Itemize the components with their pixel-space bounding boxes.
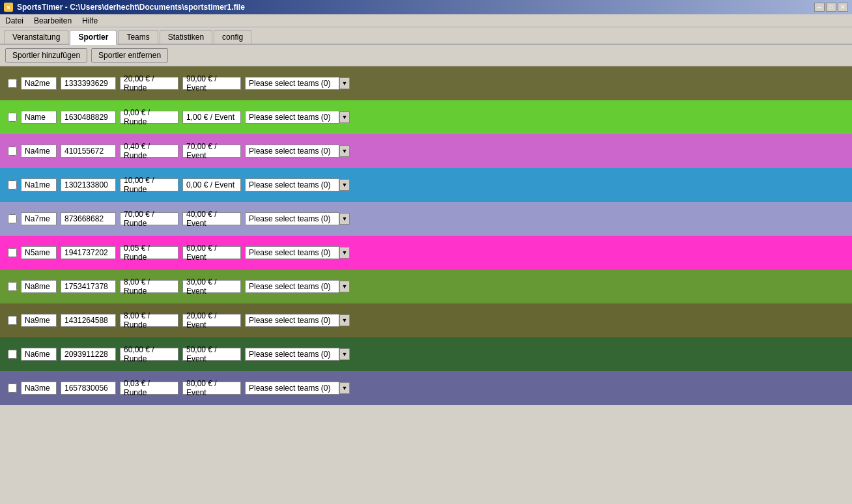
- athlete-event: 70,00 € / Event: [182, 145, 241, 158]
- athlete-runde: 8,00 € / Runde: [120, 314, 178, 327]
- athlete-row: Na7me 873668682 70,00 € / Runde 40,00 € …: [0, 202, 852, 236]
- minimize-button[interactable]: ─: [814, 3, 825, 12]
- athlete-runde: 10,00 € / Runde: [120, 178, 178, 191]
- athlete-runde: 8,00 € / Runde: [120, 280, 178, 293]
- athlete-row: Na6me 2093911228 60,00 € / Runde 50,00 €…: [0, 337, 852, 371]
- athlete-teams-label: Please select teams (0): [245, 246, 339, 259]
- tab-veranstaltung[interactable]: Veranstaltung: [4, 30, 68, 44]
- close-button[interactable]: ✕: [838, 3, 848, 12]
- athlete-checkbox[interactable]: [8, 147, 17, 156]
- athlete-checkbox[interactable]: [8, 79, 17, 88]
- remove-athlete-button[interactable]: Sportler entfernen: [91, 48, 168, 63]
- athlete-runde: 70,00 € / Runde: [120, 212, 178, 225]
- athlete-runde: 0,00 € / Runde: [120, 111, 178, 124]
- athlete-event: 0,00 € / Event: [182, 178, 241, 191]
- toolbar: Sportler hinzufügen Sportler entfernen: [0, 45, 852, 66]
- menu-item-hilfe[interactable]: Hilfe: [79, 16, 100, 25]
- athlete-teams-label: Please select teams (0): [245, 212, 339, 225]
- athlete-number: 1431264588: [61, 314, 116, 327]
- athlete-name: N5ame: [21, 246, 57, 259]
- athlete-row: Na8me 1753417378 8,00 € / Runde 30,00 € …: [0, 270, 852, 303]
- athlete-event: 50,00 € / Event: [182, 348, 241, 361]
- window-title: SportsTimer - C:\Users\derhecht\Document…: [17, 3, 245, 12]
- athlete-teams-label: Please select teams (0): [245, 382, 339, 395]
- athlete-row: N5ame 1941737202 0,05 € / Runde 60,00 € …: [0, 236, 852, 270]
- athlete-teams-label: Please select teams (0): [245, 178, 339, 191]
- athlete-teams-label: Please select teams (0): [245, 348, 339, 361]
- athlete-runde: 0,40 € / Runde: [120, 145, 178, 158]
- athlete-event: 60,00 € / Event: [182, 246, 241, 259]
- athlete-row: Na3me 1657830056 0,03 € / Runde 80,00 € …: [0, 371, 852, 405]
- athlete-event: 20,00 € / Event: [182, 314, 241, 327]
- athlete-number: 2093911228: [61, 348, 116, 361]
- athlete-number: 1941737202: [61, 246, 116, 259]
- teams-dropdown-arrow[interactable]: ▼: [339, 281, 350, 292]
- athlete-number: 1657830056: [61, 382, 116, 395]
- athlete-checkbox[interactable]: [8, 113, 17, 122]
- athlete-checkbox[interactable]: [8, 384, 17, 393]
- menu-item-bearbeiten[interactable]: Bearbeiten: [31, 16, 74, 25]
- athlete-name: Na1me: [21, 178, 57, 191]
- athlete-number: 1630488829: [61, 111, 116, 124]
- athlete-checkbox[interactable]: [8, 316, 17, 325]
- tab-config[interactable]: config: [214, 30, 251, 44]
- athlete-number: 1753417378: [61, 280, 116, 293]
- app-icon: S: [4, 3, 13, 12]
- athlete-runde: 20,00 € / Runde: [120, 77, 178, 90]
- maximize-button[interactable]: □: [826, 3, 836, 12]
- athletes-list: Na2me 1333393629 20,00 € / Runde 90,00 €…: [0, 66, 852, 499]
- tab-statistiken[interactable]: Statistiken: [160, 30, 212, 44]
- title-bar-controls[interactable]: ─ □ ✕: [814, 3, 848, 12]
- athlete-number: 1333393629: [61, 77, 116, 90]
- athlete-teams-label: Please select teams (0): [245, 280, 339, 293]
- teams-dropdown-arrow[interactable]: ▼: [339, 315, 350, 326]
- add-athlete-button[interactable]: Sportler hinzufügen: [5, 48, 87, 63]
- athlete-name: Na9me: [21, 314, 57, 327]
- athlete-event: 1,00 € / Event: [182, 111, 241, 124]
- athlete-row: Na9me 1431264588 8,00 € / Runde 20,00 € …: [0, 303, 852, 337]
- athlete-runde: 0,05 € / Runde: [120, 246, 178, 259]
- athlete-event: 30,00 € / Event: [182, 280, 241, 293]
- athlete-name: Na6me: [21, 348, 57, 361]
- tab-teams[interactable]: Teams: [118, 30, 158, 44]
- athlete-teams-label: Please select teams (0): [245, 314, 339, 327]
- athlete-row: Name 1630488829 0,00 € / Runde 1,00 € / …: [0, 100, 852, 134]
- athlete-row: Na4me 410155672 0,40 € / Runde 70,00 € /…: [0, 134, 852, 168]
- teams-dropdown-arrow[interactable]: ▼: [339, 77, 350, 89]
- athlete-row: Na1me 1302133800 10,00 € / Runde 0,00 € …: [0, 168, 852, 202]
- athlete-number: 873668682: [61, 212, 116, 225]
- athlete-checkbox[interactable]: [8, 350, 17, 359]
- athlete-checkbox[interactable]: [8, 214, 17, 223]
- athlete-number: 1302133800: [61, 178, 116, 191]
- athlete-number: 410155672: [61, 145, 116, 158]
- teams-dropdown-arrow[interactable]: ▼: [339, 213, 350, 225]
- menu-item-datei[interactable]: Datei: [3, 16, 26, 25]
- athlete-checkbox[interactable]: [8, 282, 17, 291]
- title-bar: S SportsTimer - C:\Users\derhecht\Docume…: [0, 0, 852, 14]
- athlete-name: Na3me: [21, 382, 57, 395]
- tabs-bar: VeranstaltungSportlerTeamsStatistikencon…: [0, 27, 852, 45]
- athlete-teams-label: Please select teams (0): [245, 77, 339, 90]
- athlete-checkbox[interactable]: [8, 248, 17, 257]
- teams-dropdown-arrow[interactable]: ▼: [339, 348, 350, 360]
- athlete-name: Na4me: [21, 145, 57, 158]
- menu-bar: DateiBearbeitenHilfe: [0, 14, 852, 27]
- athlete-name: Na7me: [21, 212, 57, 225]
- athlete-event: 80,00 € / Event: [182, 382, 241, 395]
- athlete-name: Na8me: [21, 280, 57, 293]
- tab-sportler[interactable]: Sportler: [70, 30, 117, 45]
- teams-dropdown-arrow[interactable]: ▼: [339, 179, 350, 191]
- athlete-row: Na2me 1333393629 20,00 € / Runde 90,00 €…: [0, 66, 852, 100]
- athlete-name: Na2me: [21, 77, 57, 90]
- title-bar-left: S SportsTimer - C:\Users\derhecht\Docume…: [4, 3, 245, 12]
- teams-dropdown-arrow[interactable]: ▼: [339, 111, 350, 123]
- athlete-event: 40,00 € / Event: [182, 212, 241, 225]
- athlete-checkbox[interactable]: [8, 180, 17, 189]
- athlete-name: Name: [21, 111, 57, 124]
- teams-dropdown-arrow[interactable]: ▼: [339, 382, 350, 394]
- athlete-teams-label: Please select teams (0): [245, 111, 339, 124]
- athlete-teams-label: Please select teams (0): [245, 145, 339, 158]
- teams-dropdown-arrow[interactable]: ▼: [339, 247, 350, 259]
- teams-dropdown-arrow[interactable]: ▼: [339, 145, 350, 157]
- athlete-event: 90,00 € / Event: [182, 77, 241, 90]
